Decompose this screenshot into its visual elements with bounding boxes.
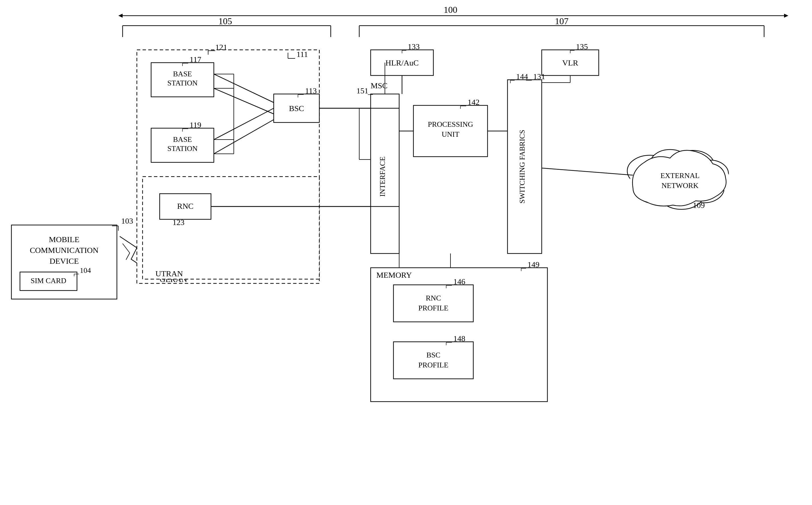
bsc-profile-label2: PROFILE [418,361,448,369]
label-117: 117 [190,55,201,64]
rnc-profile-box [393,285,473,322]
label-148: 148 [453,334,465,343]
label-119: 119 [190,121,201,129]
rnc-profile-label2: PROFILE [418,304,448,312]
interface-label: INTERFACE [378,156,387,196]
mobile-device-label3: DEVICE [49,257,79,266]
sim-card-label: SIM CARD [31,277,67,285]
label-111: 111 [297,50,308,59]
memory-label: MEMORY [376,271,412,280]
external-network-label2: NETWORK [662,181,699,190]
bs2-label2: STATION [167,144,198,153]
label-133: 133 [408,42,420,51]
diagram-container: 100 105 107 MOBILE COMMUNICATION DEVICE … [0,0,812,505]
label-105: 105 [218,16,232,26]
label-107: 107 [555,16,569,26]
bsc-profile-label1: BSC [426,351,440,359]
bsc-label: BSC [289,104,304,113]
pu-label1: PROCESSING [428,120,473,129]
svg-line-58 [542,168,633,175]
label-104: 104 [80,266,91,275]
mobile-device-label2: COMMUNICATION [30,246,98,255]
utran-label: UTRAN [155,269,183,278]
mobile-device-label1: MOBILE [49,235,79,244]
external-network-label1: EXTERNAL [660,171,699,180]
label-113: 113 [305,86,317,95]
pu-label2: UNIT [442,130,459,138]
utran-box [142,177,319,279]
label-149: 149 [528,260,540,269]
bsc-profile-box [393,342,473,379]
svg-marker-1 [118,14,123,18]
label-100: 100 [444,5,457,15]
label-121: 121 [215,43,227,51]
label-131: 131 [533,72,545,81]
rnc-profile-label1: RNC [426,294,441,302]
label-142: 142 [468,98,480,107]
bs1-label1: BASE [173,70,192,78]
label-109: 109 [693,201,705,210]
label-151: 151 [356,86,368,95]
label-123: 123 [172,218,185,227]
rnc-label: RNC [177,202,194,210]
label-144: 144 [516,72,528,81]
bs2-label1: BASE [173,135,192,144]
label-135: 135 [576,42,588,51]
label-103: 103 [121,216,133,225]
hlr-auc-label: HLR/AuC [385,58,419,67]
bs1-label2: STATION [167,79,198,87]
label-146: 146 [453,277,465,286]
svg-marker-2 [784,14,788,18]
switching-fabrics-label: SWITCHING FABRICS [518,130,526,204]
vlr-label: VLR [562,58,578,67]
